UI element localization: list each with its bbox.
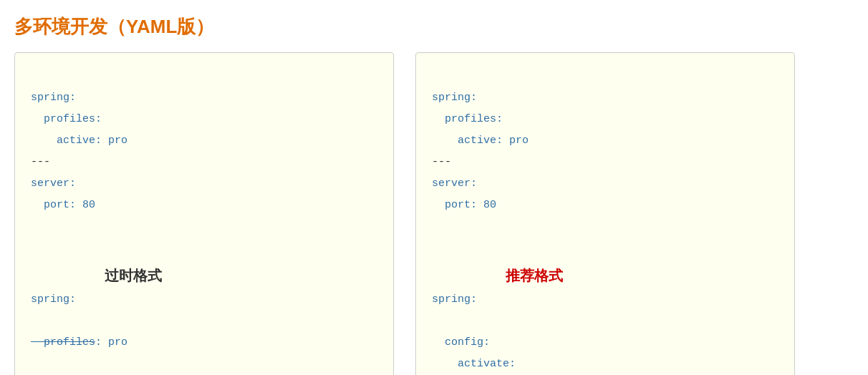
right-activate: activate: [432,358,516,370]
left-block2-line2: profiles: pro [31,311,377,375]
left-block2: spring: 过时格式 [31,266,377,311]
left-block1: spring: profiles: active: pro --- server… [31,66,377,259]
left-server: server: [31,177,76,190]
left-profiles: profiles: [31,113,102,125]
left-separator: --- [31,156,50,168]
recommended-label: 推荐格式 [506,266,563,286]
panels-container: spring: profiles: active: pro --- server… [14,52,854,375]
right-block2-lines: config: activate: on-profile: pro [432,311,778,375]
right-panel: spring: profiles: active: pro --- server… [415,52,795,375]
page-title: 多环境开发（YAML版） [14,14,854,39]
left-spring2: spring: [31,293,76,306]
right-config: config: [432,336,490,349]
left-profiles-strike: profiles [31,336,95,349]
left-profiles-colon: : [95,336,102,349]
right-profiles: profiles: [432,113,503,125]
left-profiles-val: pro [102,336,127,349]
right-server: server: [432,177,477,190]
left-panel: spring: profiles: active: pro --- server… [14,52,394,375]
right-port: port: 80 [432,199,496,211]
left-spring1: spring: [31,92,76,104]
right-separator: --- [432,156,451,168]
right-spring1: spring: [432,92,477,104]
right-block1: spring: profiles: active: pro --- server… [432,66,778,259]
left-port: port: 80 [31,199,95,211]
right-spring2: spring: [432,293,477,306]
left-active: active: pro [31,135,127,147]
right-block2: spring: 推荐格式 [432,266,778,311]
right-active: active: pro [432,135,529,147]
outdated-label: 过时格式 [105,266,162,286]
